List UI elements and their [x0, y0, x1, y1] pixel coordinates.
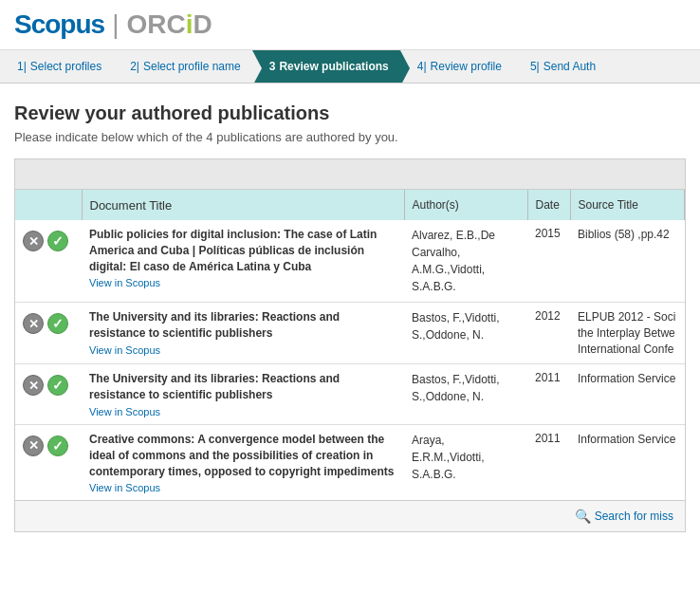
main-content: Review your authored publications Please… — [0, 83, 700, 542]
table-row: ✕ ✓ Creative commons: A convergence mode… — [15, 424, 685, 500]
table-row: ✕ ✓ The University and its libraries: Re… — [15, 364, 685, 425]
view-in-scopus-link[interactable]: View in Scopus — [89, 344, 396, 356]
step-4-label: Review profile — [431, 60, 502, 73]
view-in-scopus-link[interactable]: View in Scopus — [89, 406, 396, 417]
row-actions-cell: ✕ ✓ — [15, 424, 82, 500]
step-3-label: Review publications — [279, 60, 388, 73]
table-header-row: Document Title Author(s) Date Source Tit… — [15, 190, 685, 220]
step-1[interactable]: 1| Select profiles — [0, 50, 113, 83]
bottom-bar: 🔍 Search for miss — [15, 500, 685, 531]
step-5-label: Send Auth — [543, 60, 596, 73]
table-row: ✕ ✓ Public policies for digital inclusio… — [15, 220, 685, 303]
step-3[interactable]: 3 Review publications — [252, 50, 400, 83]
row-actions-cell: ✕ ✓ — [15, 303, 82, 364]
reject-button[interactable]: ✕ — [23, 313, 44, 334]
steps-nav: 1| Select profiles 2| Select profile nam… — [0, 50, 700, 83]
row-document-cell: The University and its libraries: Reacti… — [82, 364, 404, 425]
col-header-authors: Author(s) — [404, 190, 527, 220]
step-2-label: Select profile name — [143, 60, 241, 73]
row-source-cell: ELPUB 2012 - Soci the Interplay Betwe In… — [570, 303, 685, 364]
row-authors-cell: Alvarez, E.B.,De Carvalho, A.M.G.,Vidott… — [404, 220, 527, 303]
row-authors-cell: Bastos, F.,Vidotti, S.,Oddone, N. — [404, 303, 527, 364]
doc-title: Public policies for digital inclusion: T… — [89, 228, 377, 273]
row-date-cell: 2012 — [527, 303, 570, 364]
doc-title: The University and its libraries: Reacti… — [89, 372, 340, 401]
page-title: Review your authored publications — [14, 102, 686, 124]
row-source-cell: Information Service — [570, 364, 685, 425]
view-in-scopus-link[interactable]: View in Scopus — [89, 482, 396, 493]
doc-title: The University and its libraries: Reacti… — [89, 310, 340, 340]
accept-button[interactable]: ✓ — [47, 231, 68, 251]
col-header-date: Date — [527, 190, 570, 220]
row-actions-cell: ✕ ✓ — [15, 220, 82, 303]
logo-divider: | — [112, 9, 119, 40]
reject-button[interactable]: ✕ — [23, 375, 44, 396]
scopus-logo: Scopus — [14, 9, 104, 40]
col-header-source: Source Title — [570, 190, 685, 220]
page-subtitle: Please indicate below which of the 4 pub… — [14, 130, 686, 144]
search-missing-label: Search for miss — [595, 510, 673, 523]
accept-button[interactable]: ✓ — [47, 375, 68, 396]
step-1-label: Select profiles — [30, 60, 101, 73]
publications-table: Document Title Author(s) Date Source Tit… — [15, 190, 685, 500]
row-document-cell: Creative commons: A convergence model be… — [82, 424, 404, 500]
row-date-cell: 2011 — [527, 424, 570, 500]
search-missing-link[interactable]: 🔍 Search for miss — [575, 509, 673, 524]
row-authors-cell: Bastos, F.,Vidotti, S.,Oddone, N. — [404, 364, 527, 425]
row-document-cell: Public policies for digital inclusion: T… — [82, 220, 404, 303]
row-source-cell: Biblios (58) ,pp.42 — [570, 220, 685, 303]
table-row: ✕ ✓ The University and its libraries: Re… — [15, 303, 685, 364]
accept-button[interactable]: ✓ — [47, 435, 68, 456]
accept-button[interactable]: ✓ — [47, 313, 68, 334]
publications-table-container: Document Title Author(s) Date Source Tit… — [14, 158, 686, 532]
row-date-cell: 2011 — [527, 364, 570, 425]
row-date-cell: 2015 — [527, 220, 570, 303]
step-2[interactable]: 2| Select profile name — [113, 50, 252, 83]
table-toolbar — [15, 159, 685, 190]
view-in-scopus-link[interactable]: View in Scopus — [89, 277, 396, 288]
step-4[interactable]: 4| Review profile — [400, 50, 513, 83]
header: Scopus | ORCiD — [0, 0, 700, 50]
reject-button[interactable]: ✕ — [23, 435, 44, 456]
reject-button[interactable]: ✕ — [23, 231, 44, 251]
step-5[interactable]: 5| Send Auth — [513, 50, 607, 83]
doc-title: Creative commons: A convergence model be… — [89, 433, 394, 478]
col-header-actions — [15, 190, 82, 220]
row-actions-cell: ✕ ✓ — [15, 364, 82, 425]
row-source-cell: Information Service — [570, 424, 685, 500]
row-document-cell: The University and its libraries: Reacti… — [82, 303, 404, 364]
search-icon: 🔍 — [575, 509, 591, 524]
orcid-logo: ORCiD — [126, 9, 212, 40]
row-authors-cell: Araya, E.R.M.,Vidotti, S.A.B.G. — [404, 424, 527, 500]
col-header-document: Document Title — [82, 190, 404, 220]
